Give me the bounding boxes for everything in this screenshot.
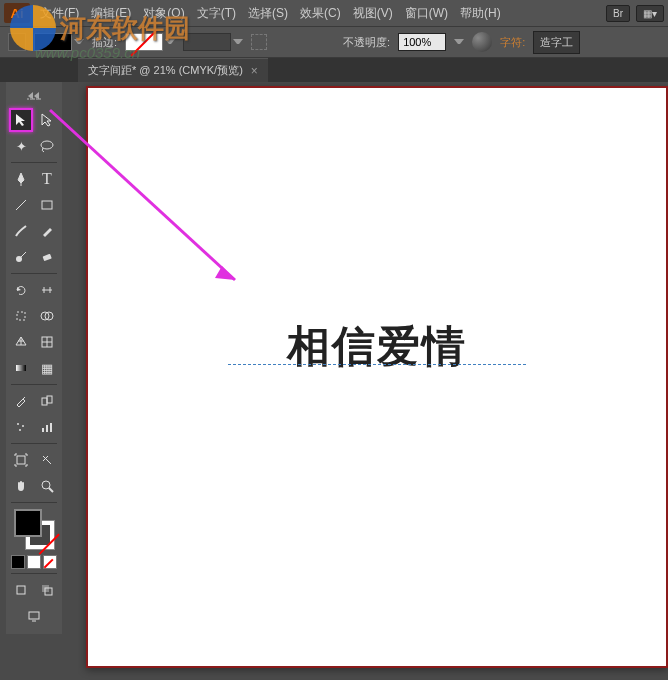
blob-brush-tool[interactable]: [9, 245, 33, 269]
svg-rect-18: [17, 456, 25, 464]
draw-behind-icon[interactable]: [35, 578, 59, 602]
magic-wand-tool[interactable]: ✦: [9, 134, 33, 158]
rotate-tool[interactable]: [9, 278, 33, 302]
hand-tool[interactable]: [9, 474, 33, 498]
menu-window[interactable]: 窗口(W): [399, 2, 454, 25]
symbol-sprayer-tool[interactable]: [9, 415, 33, 439]
opacity-dropdown-icon[interactable]: [454, 39, 464, 45]
svg-point-0: [41, 141, 53, 149]
width-tool[interactable]: [35, 278, 59, 302]
fill-stroke-control[interactable]: [14, 509, 54, 549]
opacity-input[interactable]: [398, 33, 446, 51]
document-tab[interactable]: 文字间距* @ 21% (CMYK/预览) ×: [78, 58, 268, 82]
eyedropper-tool[interactable]: [9, 389, 33, 413]
slice-tool[interactable]: [35, 448, 59, 472]
column-graph-tool[interactable]: [35, 415, 59, 439]
close-icon[interactable]: ×: [251, 64, 258, 78]
gradient-mode-icon[interactable]: [27, 555, 41, 569]
svg-line-20: [49, 488, 53, 492]
svg-point-13: [22, 425, 24, 427]
selection-tool[interactable]: [9, 108, 33, 132]
svg-point-14: [19, 429, 21, 431]
svg-rect-17: [50, 423, 52, 432]
svg-point-19: [42, 481, 50, 489]
gradient-tool[interactable]: [9, 356, 33, 380]
lasso-tool[interactable]: [35, 134, 59, 158]
menu-edit[interactable]: 编辑(E): [85, 2, 137, 25]
rectangle-tool[interactable]: [35, 193, 59, 217]
document-tabbar: 文字间距* @ 21% (CMYK/预览) ×: [0, 58, 668, 82]
character-label: 字符:: [500, 35, 525, 50]
menu-help[interactable]: 帮助(H): [454, 2, 507, 25]
stroke-dropdown-icon[interactable]: [165, 39, 175, 45]
pencil-tool[interactable]: [35, 219, 59, 243]
svg-rect-5: [17, 312, 25, 320]
stroke-variable-icon[interactable]: [251, 34, 267, 50]
blend-tool[interactable]: [35, 389, 59, 413]
canvas-text-object[interactable]: 相信爱情: [287, 318, 467, 376]
zoom-tool[interactable]: [35, 474, 59, 498]
svg-rect-10: [42, 398, 47, 405]
canvas-area[interactable]: 相信爱情: [78, 82, 668, 680]
menu-effect[interactable]: 效果(C): [294, 2, 347, 25]
svg-rect-11: [47, 396, 52, 403]
pen-tool[interactable]: [9, 167, 33, 191]
type-tool[interactable]: T: [35, 167, 59, 191]
graphic-style-icon[interactable]: [472, 32, 492, 52]
app-logo: Ai: [4, 3, 30, 23]
text-baseline-indicator: [228, 364, 526, 365]
opacity-label: 不透明度:: [343, 35, 390, 50]
menu-object[interactable]: 对象(O): [137, 2, 190, 25]
fill-color-icon[interactable]: [14, 509, 42, 537]
svg-rect-4: [43, 254, 52, 261]
svg-rect-24: [29, 612, 39, 619]
tools-panel: ✦ T ▦: [6, 82, 62, 634]
panel-grip-icon[interactable]: [9, 98, 59, 104]
mesh-tool[interactable]: [35, 330, 59, 354]
menu-view[interactable]: 视图(V): [347, 2, 399, 25]
stroke-weight-input[interactable]: [183, 33, 231, 51]
line-tool[interactable]: [9, 193, 33, 217]
svg-rect-15: [42, 428, 44, 432]
font-family-button[interactable]: 造字工: [533, 31, 580, 54]
svg-point-12: [17, 423, 19, 425]
svg-rect-16: [46, 425, 48, 432]
layout-button[interactable]: ▦▾: [636, 5, 664, 22]
none-mode-icon[interactable]: [43, 555, 57, 569]
eraser-tool[interactable]: [35, 245, 59, 269]
stroke-weight-dropdown-icon[interactable]: [233, 39, 243, 45]
menu-type[interactable]: 文字(T): [191, 2, 242, 25]
screen-mode-icon[interactable]: [22, 604, 46, 628]
direct-selection-tool[interactable]: [35, 108, 59, 132]
perspective-grid-tool[interactable]: [9, 330, 33, 354]
svg-line-1: [16, 200, 26, 210]
draw-normal-icon[interactable]: [9, 578, 33, 602]
shape-builder-tool[interactable]: [35, 304, 59, 328]
bridge-button[interactable]: Br: [606, 5, 630, 22]
svg-rect-9: [16, 365, 26, 371]
artboard[interactable]: 相信爱情: [86, 86, 668, 668]
svg-rect-21: [17, 586, 25, 594]
menu-select[interactable]: 选择(S): [242, 2, 294, 25]
menu-file[interactable]: 文件(F): [34, 2, 85, 25]
free-transform-tool[interactable]: [9, 304, 33, 328]
tab-title: 文字间距* @ 21% (CMYK/预览): [88, 63, 243, 78]
eyedropper-tool-alt[interactable]: ▦: [35, 356, 59, 380]
no-selection-icon: [8, 33, 26, 51]
menubar: Ai 文件(F) 编辑(E) 对象(O) 文字(T) 选择(S) 效果(C) 视…: [0, 0, 668, 26]
paintbrush-tool[interactable]: [9, 219, 33, 243]
watermark-url: www.pc0359.cn: [35, 44, 140, 61]
panel-collapse-icon[interactable]: [28, 86, 40, 94]
artboard-tool[interactable]: [9, 448, 33, 472]
color-mode-icon[interactable]: [11, 555, 25, 569]
svg-rect-2: [42, 201, 52, 209]
